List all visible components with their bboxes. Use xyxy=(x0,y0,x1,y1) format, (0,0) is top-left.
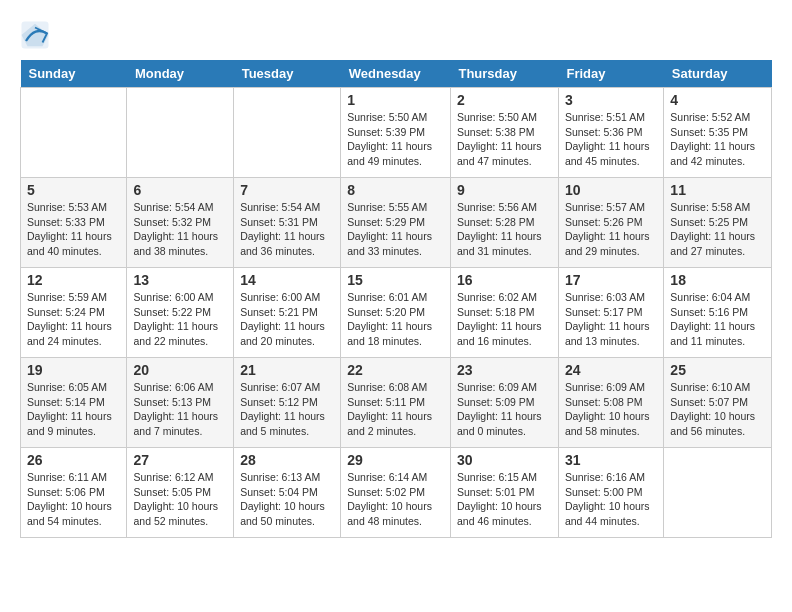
calendar-week-5: 26Sunrise: 6:11 AMSunset: 5:06 PMDayligh… xyxy=(21,448,772,538)
day-info: Sunrise: 6:07 AMSunset: 5:12 PMDaylight:… xyxy=(240,380,334,439)
day-info: Sunrise: 5:50 AMSunset: 5:39 PMDaylight:… xyxy=(347,110,444,169)
day-number: 30 xyxy=(457,452,552,468)
calendar-cell: 13Sunrise: 6:00 AMSunset: 5:22 PMDayligh… xyxy=(127,268,234,358)
day-info: Sunrise: 6:16 AMSunset: 5:00 PMDaylight:… xyxy=(565,470,657,529)
calendar-cell: 4Sunrise: 5:52 AMSunset: 5:35 PMDaylight… xyxy=(664,88,772,178)
day-info: Sunrise: 5:52 AMSunset: 5:35 PMDaylight:… xyxy=(670,110,765,169)
logo xyxy=(20,20,54,50)
day-info: Sunrise: 6:01 AMSunset: 5:20 PMDaylight:… xyxy=(347,290,444,349)
calendar-cell: 9Sunrise: 5:56 AMSunset: 5:28 PMDaylight… xyxy=(450,178,558,268)
calendar-cell: 29Sunrise: 6:14 AMSunset: 5:02 PMDayligh… xyxy=(341,448,451,538)
day-info: Sunrise: 6:09 AMSunset: 5:09 PMDaylight:… xyxy=(457,380,552,439)
calendar-cell: 30Sunrise: 6:15 AMSunset: 5:01 PMDayligh… xyxy=(450,448,558,538)
day-number: 20 xyxy=(133,362,227,378)
calendar-cell: 3Sunrise: 5:51 AMSunset: 5:36 PMDaylight… xyxy=(558,88,663,178)
calendar-week-2: 5Sunrise: 5:53 AMSunset: 5:33 PMDaylight… xyxy=(21,178,772,268)
calendar-cell: 15Sunrise: 6:01 AMSunset: 5:20 PMDayligh… xyxy=(341,268,451,358)
day-number: 17 xyxy=(565,272,657,288)
day-info: Sunrise: 6:10 AMSunset: 5:07 PMDaylight:… xyxy=(670,380,765,439)
calendar-cell xyxy=(127,88,234,178)
calendar-cell: 17Sunrise: 6:03 AMSunset: 5:17 PMDayligh… xyxy=(558,268,663,358)
calendar-week-1: 1Sunrise: 5:50 AMSunset: 5:39 PMDaylight… xyxy=(21,88,772,178)
day-number: 10 xyxy=(565,182,657,198)
page-header xyxy=(20,20,772,50)
day-info: Sunrise: 6:12 AMSunset: 5:05 PMDaylight:… xyxy=(133,470,227,529)
day-number: 25 xyxy=(670,362,765,378)
day-number: 8 xyxy=(347,182,444,198)
calendar-cell: 1Sunrise: 5:50 AMSunset: 5:39 PMDaylight… xyxy=(341,88,451,178)
day-number: 3 xyxy=(565,92,657,108)
weekday-header-tuesday: Tuesday xyxy=(234,60,341,88)
calendar-table: SundayMondayTuesdayWednesdayThursdayFrid… xyxy=(20,60,772,538)
calendar-week-3: 12Sunrise: 5:59 AMSunset: 5:24 PMDayligh… xyxy=(21,268,772,358)
calendar-cell: 22Sunrise: 6:08 AMSunset: 5:11 PMDayligh… xyxy=(341,358,451,448)
logo-icon xyxy=(20,20,50,50)
day-number: 24 xyxy=(565,362,657,378)
weekday-header-thursday: Thursday xyxy=(450,60,558,88)
day-info: Sunrise: 6:04 AMSunset: 5:16 PMDaylight:… xyxy=(670,290,765,349)
day-number: 4 xyxy=(670,92,765,108)
calendar-cell: 24Sunrise: 6:09 AMSunset: 5:08 PMDayligh… xyxy=(558,358,663,448)
day-info: Sunrise: 6:15 AMSunset: 5:01 PMDaylight:… xyxy=(457,470,552,529)
calendar-cell: 14Sunrise: 6:00 AMSunset: 5:21 PMDayligh… xyxy=(234,268,341,358)
day-number: 28 xyxy=(240,452,334,468)
day-info: Sunrise: 6:08 AMSunset: 5:11 PMDaylight:… xyxy=(347,380,444,439)
day-info: Sunrise: 5:54 AMSunset: 5:31 PMDaylight:… xyxy=(240,200,334,259)
day-info: Sunrise: 6:11 AMSunset: 5:06 PMDaylight:… xyxy=(27,470,120,529)
day-info: Sunrise: 5:51 AMSunset: 5:36 PMDaylight:… xyxy=(565,110,657,169)
weekday-header-saturday: Saturday xyxy=(664,60,772,88)
weekday-header-row: SundayMondayTuesdayWednesdayThursdayFrid… xyxy=(21,60,772,88)
day-info: Sunrise: 5:57 AMSunset: 5:26 PMDaylight:… xyxy=(565,200,657,259)
day-number: 27 xyxy=(133,452,227,468)
day-info: Sunrise: 5:58 AMSunset: 5:25 PMDaylight:… xyxy=(670,200,765,259)
day-info: Sunrise: 6:00 AMSunset: 5:22 PMDaylight:… xyxy=(133,290,227,349)
day-info: Sunrise: 6:09 AMSunset: 5:08 PMDaylight:… xyxy=(565,380,657,439)
day-info: Sunrise: 6:03 AMSunset: 5:17 PMDaylight:… xyxy=(565,290,657,349)
calendar-cell: 21Sunrise: 6:07 AMSunset: 5:12 PMDayligh… xyxy=(234,358,341,448)
weekday-header-monday: Monday xyxy=(127,60,234,88)
day-info: Sunrise: 6:05 AMSunset: 5:14 PMDaylight:… xyxy=(27,380,120,439)
day-info: Sunrise: 6:06 AMSunset: 5:13 PMDaylight:… xyxy=(133,380,227,439)
day-info: Sunrise: 6:02 AMSunset: 5:18 PMDaylight:… xyxy=(457,290,552,349)
day-number: 11 xyxy=(670,182,765,198)
calendar-cell: 12Sunrise: 5:59 AMSunset: 5:24 PMDayligh… xyxy=(21,268,127,358)
calendar-cell: 31Sunrise: 6:16 AMSunset: 5:00 PMDayligh… xyxy=(558,448,663,538)
calendar-cell: 18Sunrise: 6:04 AMSunset: 5:16 PMDayligh… xyxy=(664,268,772,358)
day-info: Sunrise: 5:55 AMSunset: 5:29 PMDaylight:… xyxy=(347,200,444,259)
calendar-cell: 16Sunrise: 6:02 AMSunset: 5:18 PMDayligh… xyxy=(450,268,558,358)
calendar-cell xyxy=(234,88,341,178)
calendar-cell xyxy=(21,88,127,178)
day-info: Sunrise: 5:50 AMSunset: 5:38 PMDaylight:… xyxy=(457,110,552,169)
weekday-header-sunday: Sunday xyxy=(21,60,127,88)
day-number: 31 xyxy=(565,452,657,468)
calendar-cell xyxy=(664,448,772,538)
day-number: 2 xyxy=(457,92,552,108)
calendar-cell: 7Sunrise: 5:54 AMSunset: 5:31 PMDaylight… xyxy=(234,178,341,268)
day-number: 19 xyxy=(27,362,120,378)
calendar-cell: 2Sunrise: 5:50 AMSunset: 5:38 PMDaylight… xyxy=(450,88,558,178)
day-info: Sunrise: 5:53 AMSunset: 5:33 PMDaylight:… xyxy=(27,200,120,259)
day-info: Sunrise: 5:59 AMSunset: 5:24 PMDaylight:… xyxy=(27,290,120,349)
day-number: 7 xyxy=(240,182,334,198)
calendar-cell: 20Sunrise: 6:06 AMSunset: 5:13 PMDayligh… xyxy=(127,358,234,448)
calendar-cell: 27Sunrise: 6:12 AMSunset: 5:05 PMDayligh… xyxy=(127,448,234,538)
calendar-cell: 23Sunrise: 6:09 AMSunset: 5:09 PMDayligh… xyxy=(450,358,558,448)
calendar-cell: 11Sunrise: 5:58 AMSunset: 5:25 PMDayligh… xyxy=(664,178,772,268)
day-number: 23 xyxy=(457,362,552,378)
day-number: 5 xyxy=(27,182,120,198)
day-number: 29 xyxy=(347,452,444,468)
day-number: 12 xyxy=(27,272,120,288)
day-number: 9 xyxy=(457,182,552,198)
day-number: 18 xyxy=(670,272,765,288)
day-number: 16 xyxy=(457,272,552,288)
day-info: Sunrise: 6:13 AMSunset: 5:04 PMDaylight:… xyxy=(240,470,334,529)
day-number: 1 xyxy=(347,92,444,108)
weekday-header-friday: Friday xyxy=(558,60,663,88)
calendar-cell: 5Sunrise: 5:53 AMSunset: 5:33 PMDaylight… xyxy=(21,178,127,268)
day-info: Sunrise: 5:54 AMSunset: 5:32 PMDaylight:… xyxy=(133,200,227,259)
day-info: Sunrise: 6:14 AMSunset: 5:02 PMDaylight:… xyxy=(347,470,444,529)
calendar-cell: 28Sunrise: 6:13 AMSunset: 5:04 PMDayligh… xyxy=(234,448,341,538)
calendar-cell: 6Sunrise: 5:54 AMSunset: 5:32 PMDaylight… xyxy=(127,178,234,268)
day-info: Sunrise: 6:00 AMSunset: 5:21 PMDaylight:… xyxy=(240,290,334,349)
calendar-cell: 25Sunrise: 6:10 AMSunset: 5:07 PMDayligh… xyxy=(664,358,772,448)
